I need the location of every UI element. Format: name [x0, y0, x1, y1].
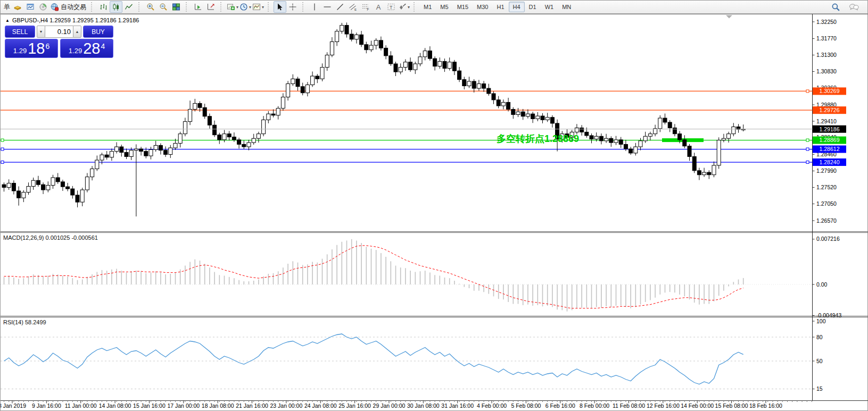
toolbar-separator: [138, 2, 142, 12]
svg-text:25 Jan 16:00: 25 Jan 16:00: [338, 402, 371, 409]
arrows-button[interactable]: ▾: [398, 1, 410, 13]
svg-text:11 Feb 08:00: 11 Feb 08:00: [613, 402, 645, 409]
zoom-in-icon: [146, 3, 155, 11]
chart-canvas[interactable]: 1.322501.317701.313001.308301.303601.298…: [1, 1, 868, 411]
buy-price-big: 28: [83, 41, 100, 56]
fibonacci-button[interactable]: F: [359, 1, 372, 13]
timeframe-m30-button[interactable]: M30: [473, 2, 492, 12]
svg-text:0.00: 0.00: [816, 281, 828, 288]
templates-button[interactable]: ▾: [252, 1, 264, 13]
svg-text:T: T: [390, 5, 393, 10]
price-level-badge: 1.28240: [813, 158, 846, 166]
timeframe-m15-button[interactable]: M15: [453, 2, 473, 12]
periods-button[interactable]: ▾: [239, 1, 252, 13]
cursor-button[interactable]: [274, 1, 286, 13]
svg-text:8 Jan 2019: 8 Jan 2019: [1, 402, 26, 409]
toolbar-separator: [414, 2, 417, 12]
line-chart-type-button[interactable]: [122, 1, 135, 13]
svg-text:4 Feb 00:00: 4 Feb 00:00: [477, 402, 507, 409]
timeframe-mn-button[interactable]: MN: [558, 2, 575, 12]
timeframe-m5-button[interactable]: M5: [436, 2, 452, 12]
sell-price-button[interactable]: 1.29186: [5, 39, 58, 58]
timeframe-h1-button[interactable]: H1: [492, 2, 508, 12]
search-icon: [831, 3, 840, 12]
buy-price-button[interactable]: 1.29284: [60, 39, 113, 58]
chart-shift-button[interactable]: [204, 1, 217, 13]
chart-frame: [1, 14, 868, 401]
text-button[interactable]: A: [372, 1, 385, 13]
svg-text:1.28240: 1.28240: [820, 159, 840, 165]
time-axis[interactable]: 8 Jan 20199 Jan 16:0011 Jan 00:0014 Jan …: [1, 401, 812, 409]
chart-shift-marker[interactable]: [726, 15, 732, 19]
svg-text:15 Jan 16:00: 15 Jan 16:00: [133, 402, 166, 409]
price-level-line[interactable]: [1, 90, 813, 93]
svg-text:1.31770: 1.31770: [816, 35, 837, 41]
indicators-button[interactable]: ▾: [226, 1, 239, 13]
volume-decrease-button[interactable]: ▼: [37, 26, 45, 38]
new-order-label[interactable]: 单: [3, 3, 11, 12]
trendline-button[interactable]: [334, 1, 346, 13]
ohlc-bars-icon: [99, 3, 108, 11]
svg-text:15 Feb 08:00: 15 Feb 08:00: [715, 402, 748, 409]
price-level-line[interactable]: [1, 138, 813, 142]
volume-increase-button[interactable]: ▲: [73, 26, 81, 38]
price-level-line[interactable]: [1, 161, 813, 164]
annotation-text[interactable]: 多空转折点1.28869: [497, 133, 579, 144]
horizontal-line-button[interactable]: [321, 1, 334, 13]
chart-shift-icon: [206, 3, 215, 11]
trendline-icon: [336, 3, 344, 11]
symbol-collapse-icon[interactable]: ▲: [5, 18, 10, 23]
buy-price-prefix: 1.29: [69, 47, 82, 55]
svg-text:80: 80: [816, 334, 823, 340]
svg-text:1.27050: 1.27050: [816, 200, 837, 207]
svg-text:15: 15: [816, 385, 823, 392]
svg-text:1.26570: 1.26570: [816, 217, 837, 224]
chat-bubbles-icon: [849, 3, 859, 11]
text-tool-icon: A: [375, 3, 382, 11]
search-button[interactable]: [829, 1, 842, 13]
vertical-line-button[interactable]: [308, 1, 321, 13]
svg-text:1.31300: 1.31300: [816, 52, 837, 58]
auto-scroll-button[interactable]: [192, 1, 204, 13]
timeframe-d1-button[interactable]: D1: [525, 2, 541, 12]
bar-chart-type-button[interactable]: [97, 1, 110, 13]
one-click-trading-panel: SELL ▼ ▲ BUY 1.29186 1.29284: [5, 26, 113, 58]
buy-button[interactable]: BUY: [83, 26, 113, 38]
timeframe-h4-button[interactable]: H4: [509, 2, 525, 12]
sell-button[interactable]: SELL: [5, 26, 35, 38]
zoom-in-button[interactable]: [144, 1, 157, 13]
zoom-out-button[interactable]: [157, 1, 170, 13]
macd-signal-line: [4, 246, 743, 308]
volume-input[interactable]: [45, 26, 73, 38]
gold-plate-icon: [13, 3, 22, 11]
rsi-panel: [1, 337, 813, 389]
text-label-icon: T: [387, 3, 395, 11]
dropdown-arrow-icon: ▾: [408, 5, 410, 10]
svg-text:1.30830: 1.30830: [816, 68, 837, 74]
sell-price-prefix: 1.29: [13, 47, 27, 55]
svg-text:18 Feb 16:00: 18 Feb 16:00: [749, 402, 782, 409]
rsi-line: [4, 334, 743, 384]
price-level-badge: 1.30269: [813, 87, 846, 95]
symbol-ohlc-text: GBPUSD-,H4 1.29259 1.29295 1.29186 1.291…: [12, 17, 139, 23]
price-axis[interactable]: 1.322501.317701.313001.308301.303601.298…: [813, 19, 837, 224]
channel-icon: E: [349, 3, 357, 11]
timeframe-m1-button[interactable]: M1: [419, 2, 436, 12]
new-order-button[interactable]: [11, 1, 24, 13]
svg-text:9 Jan 16:00: 9 Jan 16:00: [32, 402, 61, 409]
equidistant-channel-button[interactable]: E: [346, 1, 359, 13]
candlestick-chart-type-button[interactable]: [110, 1, 122, 13]
dropdown-arrow-icon: ▾: [236, 5, 238, 10]
community-button[interactable]: [847, 1, 860, 13]
market-watch-button[interactable]: [24, 1, 37, 13]
autotrade-button[interactable]: 自动交易: [49, 1, 88, 13]
crosshair-button[interactable]: [286, 1, 299, 13]
navigator-button[interactable]: [37, 1, 49, 13]
chart-title: ▲GBPUSD-,H4 1.29259 1.29295 1.29186 1.29…: [5, 17, 139, 23]
vertical-line-icon: [310, 3, 319, 11]
crosshair-icon: [288, 3, 297, 11]
sell-price-sup: 6: [45, 40, 49, 51]
text-label-button[interactable]: T: [385, 1, 398, 13]
tile-windows-button[interactable]: [170, 1, 183, 13]
timeframe-w1-button[interactable]: W1: [541, 2, 558, 12]
